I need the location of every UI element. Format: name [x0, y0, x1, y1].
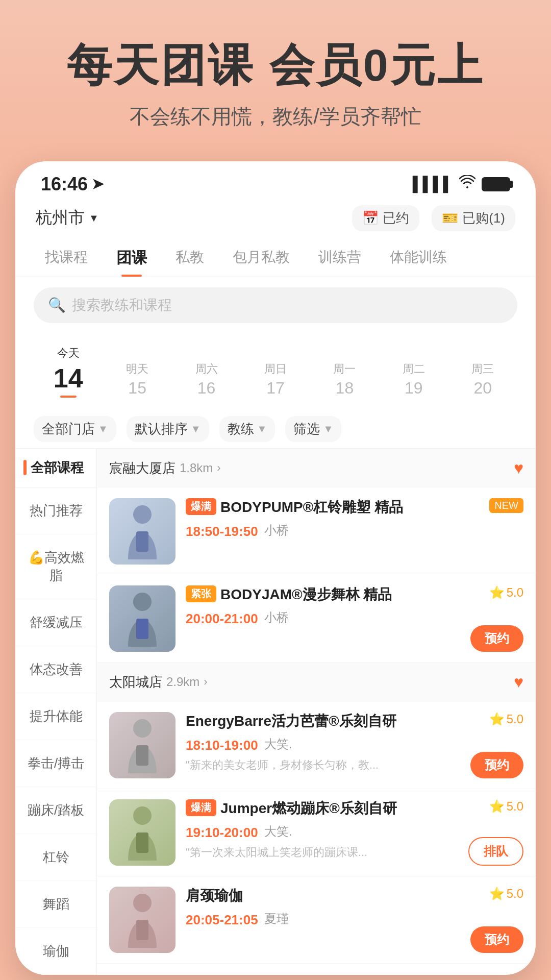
store-like-icon-2[interactable]: ♥	[514, 673, 523, 692]
star-rating-2-3: ⭐ 5.0	[489, 887, 523, 901]
location-dropdown-icon: ▼	[89, 212, 99, 224]
svg-rect-7	[136, 832, 148, 853]
phone-mockup: 16:46 ➤ ▌▌▌▌ 杭州市 ▼ 📅 已约	[15, 161, 536, 975]
store-like-icon[interactable]: ♥	[514, 459, 523, 478]
course-thumbnail-2-2	[109, 799, 176, 866]
tab-bar: 找课程 团课 私教 包月私教 训练营 体能训练	[15, 239, 536, 277]
nav-actions: 📅 已约 🎫 已购(1)	[352, 205, 515, 231]
course-card-2-2[interactable]: 爆满 Jumper燃动蹦床®乐刻自研 19:10-20:00 大笑. "第一次来…	[97, 789, 536, 876]
hero-title: 每天团课 会员0元上	[20, 41, 531, 90]
sidebar-header: 全部课程	[15, 449, 96, 487]
course-card-2-3[interactable]: 肩颈瑜伽 20:05-21:05 夏瑾 ⭐ 5.0 预约	[97, 876, 536, 964]
time-trainer-row-2-1: 18:10-19:00 大笑.	[186, 734, 523, 753]
date-wed[interactable]: 周三 20	[448, 357, 517, 402]
course-card-1-2[interactable]: 紧张 BODYJAM®漫步舞林 精品 20:00-21:00 小桥 ⭐ 5.0 …	[97, 575, 536, 663]
search-bar[interactable]: 🔍 搜索教练和课程	[34, 287, 517, 323]
status-bar: 16:46 ➤ ▌▌▌▌	[15, 161, 536, 201]
course-name-row-2-2: 爆满 Jumper燃动蹦床®乐刻自研	[186, 799, 523, 818]
location-selector[interactable]: 杭州市 ▼	[36, 207, 99, 229]
course-info-1-1: 爆满 BODYPUMP®杠铃雕塑 精品 18:50-19:50 小桥	[186, 498, 523, 565]
top-nav: 杭州市 ▼ 📅 已约 🎫 已购(1)	[15, 201, 536, 239]
date-today[interactable]: 今天 14	[34, 341, 103, 402]
filter-trainer[interactable]: 教练 ▼	[219, 416, 276, 442]
course-tag-full-2-2: 爆满	[186, 799, 216, 816]
sidebar-item-dance[interactable]: 舞蹈	[15, 881, 96, 928]
course-card-2-1[interactable]: EnergyBarre活力芭蕾®乐刻自研 18:10-19:00 大笑. "新来…	[97, 702, 536, 789]
tab-monthly-pt[interactable]: 包月私教	[218, 239, 304, 277]
sidebar-item-barbell[interactable]: 杠铃	[15, 834, 96, 881]
queue-button-2-2[interactable]: 排队	[468, 837, 523, 866]
star-icon-2-2: ⭐	[489, 799, 505, 814]
tab-group-class[interactable]: 团课	[102, 239, 161, 277]
store-info-1[interactable]: 宸融大厦店 1.8km ›	[109, 459, 221, 477]
filter-sort[interactable]: 默认排序 ▼	[127, 416, 209, 442]
sidebar-accent	[23, 460, 27, 475]
store-chevron-icon-2: ›	[204, 675, 207, 689]
store-section-2: 太阳城店 2.9km › ♥	[97, 663, 536, 964]
svg-point-2	[133, 593, 152, 611]
store-chevron-icon: ›	[217, 461, 220, 475]
purchased-button[interactable]: 🎫 已购(1)	[432, 205, 515, 231]
date-tomorrow[interactable]: 明天 15	[103, 357, 171, 402]
calendar-icon: 📅	[362, 210, 379, 226]
course-content: 宸融大厦店 1.8km › ♥	[97, 449, 536, 975]
sidebar-item-fitness[interactable]: 提升体能	[15, 693, 96, 740]
sidebar-item-boxing[interactable]: 拳击/搏击	[15, 740, 96, 787]
search-placeholder: 搜索教练和课程	[72, 296, 172, 315]
sidebar-item-relax[interactable]: 舒缓减压	[15, 599, 96, 646]
star-rating-2-2: ⭐ 5.0	[489, 799, 523, 814]
tab-find-course[interactable]: 找课程	[31, 239, 102, 277]
filter-bar: 全部门店 ▼ 默认排序 ▼ 教练 ▼ 筛选 ▼	[15, 410, 536, 449]
svg-rect-9	[136, 920, 148, 940]
course-name-row-2-3: 肩颈瑜伽	[186, 887, 523, 905]
svg-point-8	[133, 894, 152, 912]
svg-rect-1	[136, 531, 148, 552]
star-icon-2-3: ⭐	[489, 887, 505, 901]
course-thumbnail-1-1	[109, 498, 176, 565]
time-trainer-row-1-1: 18:50-19:50 小桥	[186, 521, 523, 540]
tab-fitness-training[interactable]: 体能训练	[375, 239, 461, 277]
date-tue[interactable]: 周二 19	[379, 357, 448, 402]
store-header-2: 太阳城店 2.9km › ♥	[97, 663, 536, 702]
sidebar-item-hot[interactable]: 热门推荐	[15, 487, 96, 534]
book-button-1-2[interactable]: 预约	[470, 625, 523, 652]
signal-icon: ▌▌▌▌	[413, 176, 453, 192]
sidebar-item-trampoline[interactable]: 蹦床/踏板	[15, 787, 96, 834]
svg-rect-3	[136, 619, 148, 639]
sidebar-item-fatburn[interactable]: 💪高效燃脂	[15, 534, 96, 599]
svg-point-4	[133, 719, 152, 738]
filter-store-arrow-icon: ▼	[98, 423, 108, 435]
status-time: 16:46 ➤	[41, 174, 104, 195]
course-thumbnail-2-3	[109, 887, 176, 953]
date-mon[interactable]: 周一 18	[310, 357, 379, 402]
category-sidebar: 全部课程 热门推荐 💪高效燃脂 舒缓减压 体态改善 提升体能 拳击/搏击 蹦床/…	[15, 449, 97, 975]
search-container: 🔍 搜索教练和课程	[15, 277, 536, 333]
reserved-button[interactable]: 📅 已约	[352, 205, 419, 231]
time-trainer-row-1-2: 20:00-21:00 小桥	[186, 608, 523, 627]
date-sat[interactable]: 周六 16	[172, 357, 241, 402]
date-sun[interactable]: 周日 17	[241, 357, 310, 402]
svg-point-6	[133, 806, 152, 825]
course-name-row-2-1: EnergyBarre活力芭蕾®乐刻自研	[186, 712, 523, 730]
store-header-1: 宸融大厦店 1.8km › ♥	[97, 449, 536, 488]
course-tag-full: 爆满	[186, 498, 216, 515]
filter-store[interactable]: 全部门店 ▼	[34, 416, 116, 442]
new-badge-1-1: NEW	[489, 498, 523, 513]
time-trainer-row-2-3: 20:05-21:05 夏瑾	[186, 909, 523, 928]
course-card-1-1[interactable]: 爆满 BODYPUMP®杠铃雕塑 精品 18:50-19:50 小桥 NEW	[97, 488, 536, 575]
wifi-icon	[459, 175, 475, 193]
store-section-1: 宸融大厦店 1.8km › ♥	[97, 449, 536, 663]
hero-subtitle: 不会练不用慌，教练/学员齐帮忙	[20, 103, 531, 131]
tab-personal-training[interactable]: 私教	[161, 239, 218, 277]
star-rating-1-2: ⭐ 5.0	[489, 585, 523, 600]
sidebar-item-posture[interactable]: 体态改善	[15, 646, 96, 693]
location-arrow-icon: ➤	[92, 176, 104, 192]
book-button-2-3[interactable]: 预约	[470, 926, 523, 953]
filter-more[interactable]: 筛选 ▼	[285, 416, 341, 442]
tab-camp[interactable]: 训练营	[304, 239, 375, 277]
book-button-2-1[interactable]: 预约	[470, 752, 523, 778]
status-icons: ▌▌▌▌	[413, 175, 510, 193]
sidebar-item-yoga[interactable]: 瑜伽	[15, 928, 96, 975]
store-info-2[interactable]: 太阳城店 2.9km ›	[109, 673, 208, 691]
star-rating-2-1: ⭐ 5.0	[489, 712, 523, 726]
